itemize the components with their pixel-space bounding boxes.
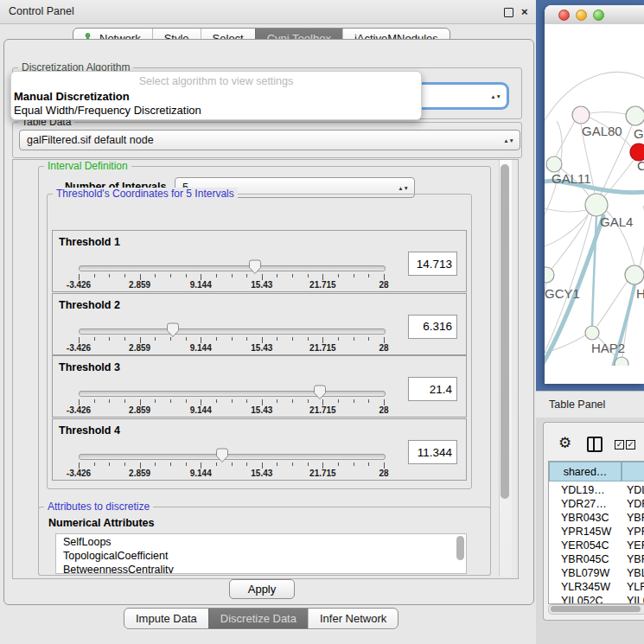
table-cell[interactable]: YER0 xyxy=(627,539,644,552)
threshold-value-field[interactable]: 14.713 xyxy=(408,252,457,276)
zoom-traffic-light[interactable] xyxy=(593,10,604,21)
network-node-label: HAP2 xyxy=(591,341,625,355)
threshold-label: Threshold 4 xyxy=(59,424,120,437)
table-cell[interactable]: YDL1 xyxy=(627,484,644,496)
table-column-header[interactable]: shared… xyxy=(549,462,622,481)
table-cell[interactable]: YER054C xyxy=(561,539,609,552)
slider-tick xyxy=(216,274,217,277)
numerical-attributes-list[interactable]: SelfLoopsTopologicalCoefficientBetweenne… xyxy=(55,533,467,574)
network-canvas[interactable]: GAL80GACGAL11GAL4GCY1HHAP2 xyxy=(545,24,644,366)
slider-tick xyxy=(354,274,354,277)
tab-discretize-data[interactable]: Discretize Data xyxy=(208,609,308,628)
table-cell[interactable]: YLR3 xyxy=(627,581,644,593)
popup-option-manual[interactable]: Manual Discretization xyxy=(14,90,130,103)
network-edge-thick xyxy=(592,216,596,326)
slider-tick xyxy=(109,337,110,341)
network-node-label: GAL4 xyxy=(600,214,633,229)
horizontal-scrollbar-track[interactable] xyxy=(548,604,644,615)
network-node[interactable] xyxy=(625,265,644,284)
table-cell[interactable]: YDR27… xyxy=(561,498,607,510)
table-cell[interactable]: YDL19… xyxy=(561,484,605,496)
threshold-slider-thumb[interactable] xyxy=(248,259,262,275)
table-data-select[interactable]: galFiltered.sif default node ▲▼ xyxy=(19,130,520,150)
table-cell[interactable]: YPR1 xyxy=(627,526,644,538)
table-panel-title: Table Panel xyxy=(549,399,605,411)
threshold-slider-thumb[interactable] xyxy=(313,385,327,400)
attribute-item[interactable]: SelfLoops xyxy=(63,536,112,548)
threshold-slider-thumb[interactable] xyxy=(215,448,229,463)
checkbox-checked-icon[interactable]: ✓ xyxy=(615,440,624,450)
slider-tick xyxy=(170,274,171,277)
bottom-tab-bar: Impute DataDiscretize DataInfer Network xyxy=(124,608,399,629)
float-window-icon[interactable] xyxy=(504,8,513,17)
threshold-slider-thumb[interactable] xyxy=(166,322,180,338)
slider-tick xyxy=(384,274,385,280)
slider-tick xyxy=(277,399,277,403)
slider-scale-label: 28 xyxy=(379,280,388,290)
apply-button[interactable]: Apply xyxy=(229,579,295,599)
slider-tick xyxy=(354,337,354,341)
threshold-value-field[interactable]: 11.344 xyxy=(408,440,457,464)
table-cell[interactable]: YIL052C xyxy=(561,595,603,604)
table-cell[interactable]: YPR145W xyxy=(561,526,611,538)
network-node-label: H xyxy=(636,286,644,301)
network-window-titlebar[interactable] xyxy=(545,5,644,25)
threshold-value-field[interactable]: 21.4 xyxy=(408,377,457,401)
slider-tick xyxy=(124,274,125,277)
table-cell[interactable]: YBL079W xyxy=(561,567,609,579)
close-traffic-light[interactable] xyxy=(558,10,570,21)
network-node[interactable] xyxy=(615,357,628,366)
network-edge xyxy=(556,121,575,156)
slider-scale-label: 15.43 xyxy=(251,343,272,353)
list-scrollbar-thumb[interactable] xyxy=(456,536,464,560)
network-node[interactable] xyxy=(585,326,599,340)
attribute-item[interactable]: TopologicalCoefficient xyxy=(63,550,168,562)
threshold-slider-track[interactable] xyxy=(79,391,386,397)
popup-hint: Select algorithm to view settings xyxy=(11,75,421,87)
node-table[interactable]: shared…nYDL19…YDL1YDR27…YDR2YBR043CYBR0Y… xyxy=(548,461,644,604)
slider-tick xyxy=(201,337,201,343)
slider-tick xyxy=(186,337,187,341)
popup-option-equal-width[interactable]: Equal Width/Frequency Discretization xyxy=(14,104,201,117)
table-cell[interactable]: YBR0 xyxy=(627,512,644,524)
slider-scale-label: 9.144 xyxy=(190,405,212,415)
slider-tick xyxy=(322,462,323,469)
horizontal-scrollbar-thumb[interactable] xyxy=(551,606,641,612)
table-data-selected-value: galFiltered.sif default node xyxy=(27,134,154,146)
table-cell[interactable]: YBR0 xyxy=(627,553,644,565)
threshold-slider-track[interactable] xyxy=(79,265,386,271)
threshold-slider-track[interactable] xyxy=(79,328,386,335)
close-icon[interactable]: × xyxy=(521,6,528,17)
slider-tick xyxy=(322,274,323,280)
slider-tick xyxy=(277,274,277,277)
table-cell[interactable]: YBL0 xyxy=(627,567,644,579)
vertical-scrollbar-thumb[interactable] xyxy=(501,164,509,499)
table-cell[interactable]: YIL0 xyxy=(627,595,644,604)
slider-scale-label: 9.144 xyxy=(190,469,212,478)
attribute-item[interactable]: BetweennessCentrality xyxy=(63,564,174,574)
slider-tick xyxy=(109,462,110,466)
table-cell[interactable]: YLR345W xyxy=(561,581,610,593)
network-node[interactable] xyxy=(546,156,562,172)
table-column-header[interactable]: n xyxy=(622,462,644,481)
threshold-slider-track[interactable] xyxy=(79,454,386,460)
network-node[interactable] xyxy=(545,267,554,283)
threshold-value-field[interactable]: 6.316 xyxy=(408,315,457,339)
tab-infer-network[interactable]: Infer Network xyxy=(308,609,398,628)
minimize-traffic-light[interactable] xyxy=(576,10,587,21)
tab-impute-data[interactable]: Impute Data xyxy=(124,609,208,628)
table-cell[interactable]: YBR043C xyxy=(561,512,609,524)
checkbox-checked-icon[interactable]: ✓ xyxy=(626,440,635,450)
tab-label: Discretize Data xyxy=(220,612,296,625)
table-cell[interactable]: YDR2 xyxy=(627,498,644,510)
network-node-label: GAL11 xyxy=(552,171,591,186)
network-edge xyxy=(596,281,628,327)
slider-tick xyxy=(246,462,247,466)
gear-icon[interactable]: ⚙ xyxy=(558,434,571,452)
slider-scale-label: -3.426 xyxy=(67,405,91,415)
table-cell[interactable]: YBR045C xyxy=(561,553,609,565)
network-node[interactable] xyxy=(572,106,590,124)
network-node[interactable] xyxy=(585,194,608,216)
network-node[interactable] xyxy=(626,106,644,125)
split-columns-icon[interactable] xyxy=(587,437,603,452)
